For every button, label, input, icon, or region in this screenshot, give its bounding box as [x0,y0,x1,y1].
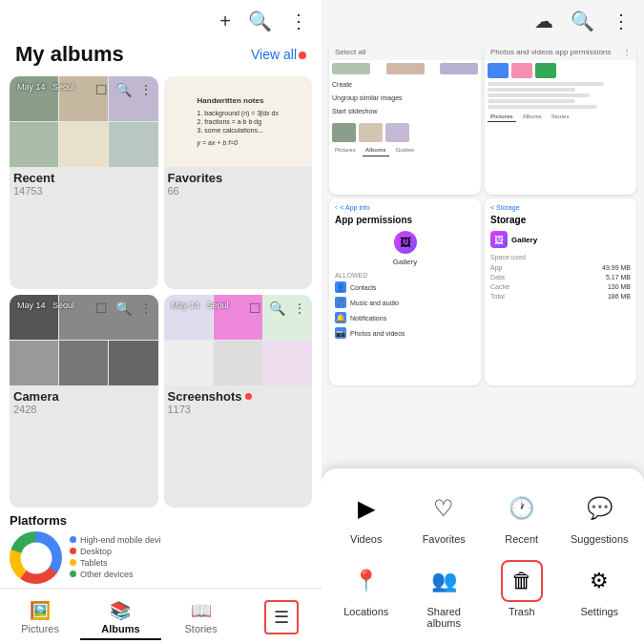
camera-more-icon: ⋮ [139,301,153,316]
menu-label-shared-albums: Shared albums [411,606,478,629]
ss2-header-text: Photos and videos app permissions [490,48,611,56]
album-card-screenshots[interactable]: ☐ 🔍 ⋮ May 14 Seoul Screenshots 1173 [164,295,313,508]
album-count-recent: 14753 [13,185,155,197]
right-search-icon[interactable]: 🔍 [571,10,594,32]
album-name-favorites: Favorites [168,171,309,185]
settings-icon: ⚙ [578,560,620,602]
right-panel: ☁ 🔍 ⋮ Select all Create Ungroup similar … [322,0,644,644]
screenshots-select-icon: ☐ [249,301,261,316]
favorites-icon: ♡ [423,488,465,530]
storage-card: < Storage Storage 🖼 Gallery Space used A… [485,198,636,385]
right-more-icon[interactable]: ⋮ [612,10,631,32]
app-permissions-gallery-icon: 🖼 [394,231,417,254]
menu-label-favorites: Favorites [423,533,466,545]
album-name-camera: Camera [13,389,155,404]
search-icon[interactable]: 🔍 [248,10,272,32]
add-icon[interactable]: + [219,10,231,32]
menu-label-settings: Settings [580,606,618,617]
album-more-icon: ⋮ [139,82,153,97]
menu-item-videos[interactable]: ▶ Videos [329,484,404,549]
nav-label-stories: Stories [185,623,218,634]
suggestions-icon: 💬 [578,488,620,530]
menu-label-trash: Trash [509,606,535,617]
favorites-thumb: Handwritten notes 1. background (n) = 3∫… [164,76,313,167]
album-select-icon: ☐ [95,82,108,97]
app-info-back[interactable]: ‹< App info [335,204,475,211]
storage-row-total: Total 186 MB [490,293,631,300]
menu-grid: ▶ Videos ♡ Favorites 🕐 Recent 💬 Suggesti… [329,484,636,633]
album-count-screenshots: 1173 [168,404,309,415]
videos-icon: ▶ [345,488,387,530]
album-card-favorites[interactable]: Handwritten notes 1. background (n) = 3∫… [164,76,313,289]
screenshots-card-icons: ☐ 🔍 ⋮ [249,301,306,316]
perm-item-music: 🎵 Music and audio [335,297,475,308]
view-all-button[interactable]: View all [251,46,306,63]
stories-icon: 📖 [191,600,212,621]
platforms-section: Platforms High-end mobile devi Desktop T… [0,508,322,588]
hamburger-highlight-box[interactable]: ☰ [264,600,299,634]
menu-item-suggestions[interactable]: 💬 Suggestions [563,484,637,549]
album-name-screenshots: Screenshots [168,389,242,404]
left-header: + 🔍 ⋮ [0,0,322,36]
left-panel: + 🔍 ⋮ My albums View all ☐ 🔍 ⋮ May 14 Se… [0,0,322,644]
platforms-donut [10,531,62,584]
menu-item-trash[interactable]: 🗑 Trash [485,556,559,633]
shared-albums-icon: 👥 [423,560,465,602]
album-count-camera: 2428 [13,404,155,415]
nav-item-menu[interactable]: ☰ [241,596,322,640]
perm-item-notifications: 🔔 Notifications [335,312,475,323]
menu-item-shared-albums[interactable]: 👥 Shared albums [407,556,482,633]
nav-item-stories[interactable]: 📖 Stories [161,596,241,640]
menu-item-favorites[interactable]: ♡ Favorites [407,484,482,549]
storage-row-cache: Cache 130 MB [490,283,631,290]
nav-item-pictures[interactable]: 🖼️ Pictures [0,596,80,640]
screenshot-card-2: Photos and videos app permissions ⋮ Pict… [485,44,636,195]
cloud-icon: ☁ [534,10,553,32]
storage-row-app: App 49.99 MB [490,264,631,271]
camera-select-icon: ☐ [95,301,108,316]
locations-icon: 📍 [345,560,387,602]
menu-label-suggestions: Suggestions [571,533,629,545]
camera-search-icon: 🔍 [115,301,132,316]
storage-gallery-icon: 🖼 [490,231,508,248]
album-card-recent[interactable]: ☐ 🔍 ⋮ May 14 Seoul Recent 14753 [10,76,158,289]
menu-label-recent: Recent [505,533,538,545]
nav-label-pictures: Pictures [21,623,59,634]
menu-item-settings[interactable]: ⚙ Settings [563,556,637,633]
menu-item-locations[interactable]: 📍 Locations [329,556,404,633]
platforms-title: Platforms [10,513,312,528]
albums-icon: 📚 [110,600,131,621]
middle-section: ‹< App info App permissions 🖼 Gallery Al… [322,198,644,389]
ss1-select-all: Select all [335,48,365,56]
pictures-icon: 🖼️ [30,600,51,621]
nav-item-albums[interactable]: 📚 Albums [80,596,160,640]
storage-row-data: Data 5.17 MB [490,274,631,280]
recent-icon: 🕐 [501,488,543,530]
my-albums-title: My albums [15,42,124,67]
bottom-menu-overlay: ▶ Videos ♡ Favorites 🕐 Recent 💬 Suggesti… [322,468,644,644]
app-permissions-gallery-label: Gallery [335,258,475,266]
storage-gallery-label: Gallery [511,236,537,244]
album-card-camera[interactable]: ☐ 🔍 ⋮ May 14 Seoul Camera 2428 [10,295,158,508]
storage-back[interactable]: < Storage [490,204,631,211]
album-card-icons: ☐ 🔍 ⋮ [95,82,153,97]
more-icon[interactable]: ⋮ [289,10,308,32]
albums-grid: ☐ 🔍 ⋮ May 14 Seoul Recent 14753 [0,76,322,508]
my-albums-header: My albums View all [0,36,322,76]
album-search-icon: 🔍 [115,82,132,97]
perm-item-photos: 📷 Photos and videos [335,327,475,339]
app-permissions-title: App permissions [335,215,475,225]
screenshot-card-1: Select all Create Ungroup similar images… [329,44,481,195]
menu-item-recent[interactable]: 🕐 Recent [485,484,559,549]
screenshots-row: Select all Create Ungroup similar images… [322,36,644,198]
bottom-nav: 🖼️ Pictures 📚 Albums 📖 Stories ☰ [0,588,322,644]
screenshots-search-icon: 🔍 [269,301,285,316]
right-header: ☁ 🔍 ⋮ [322,0,644,36]
platforms-legend: High-end mobile devi Desktop Tablets Oth… [70,535,161,581]
app-permissions-card: ‹< App info App permissions 🖼 Gallery Al… [329,198,481,385]
storage-title: Storage [490,215,631,225]
hamburger-icon: ☰ [274,607,289,628]
menu-label-locations: Locations [343,606,388,617]
perm-item-contacts: 👤 Contacts [335,281,475,293]
album-name-recent: Recent [13,171,155,185]
